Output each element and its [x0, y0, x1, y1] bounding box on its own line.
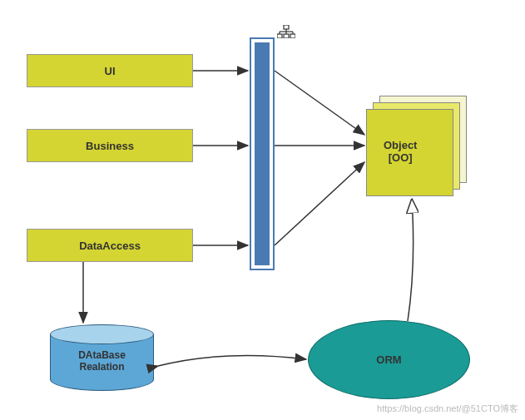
network-icon — [277, 25, 295, 42]
ui-layer-box: UI — [27, 54, 193, 87]
dataaccess-layer-box: DataAccess — [27, 229, 193, 262]
ui-layer-label: UI — [105, 65, 116, 77]
svg-line-12 — [275, 71, 364, 135]
svg-rect-7 — [284, 34, 289, 38]
object-label: Object [OO] — [384, 139, 417, 164]
svg-line-14 — [275, 162, 364, 245]
svg-rect-8 — [290, 34, 295, 38]
svg-rect-6 — [277, 34, 282, 38]
object-note-front: Object [OO] — [366, 109, 453, 196]
dataaccess-layer-label: DataAccess — [79, 240, 141, 252]
pipeline-bar-inner — [255, 42, 270, 265]
database-label-line1: DAtaBase — [50, 349, 154, 361]
object-label-line2: [OO] — [384, 151, 417, 164]
svg-rect-0 — [284, 25, 289, 29]
object-label-line1: Object — [384, 139, 417, 151]
diagram-canvas: UI Business DataAccess Object [OO] — [0, 0, 525, 420]
orm-label: ORM — [376, 353, 401, 366]
watermark-text: https://blog.csdn.net/@51CTO博客 — [377, 403, 518, 415]
business-layer-box: Business — [27, 129, 193, 162]
orm-ellipse: ORM — [308, 320, 470, 399]
cylinder-top — [50, 324, 154, 344]
database-label-line2: Realation — [50, 361, 154, 373]
business-layer-label: Business — [86, 140, 134, 152]
database-cylinder: DAtaBase Realation — [50, 324, 154, 391]
database-label: DAtaBase Realation — [50, 349, 154, 373]
